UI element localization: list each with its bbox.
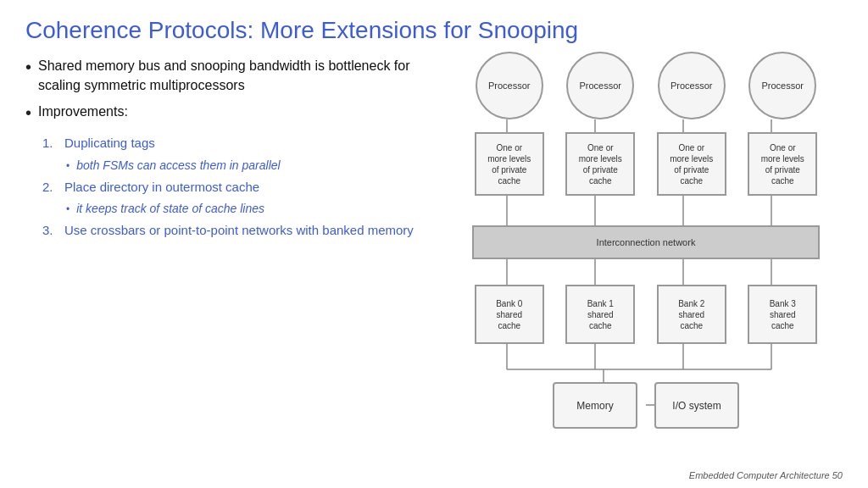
num-label-1: Duplicating tags	[64, 134, 155, 152]
numbered-item-3: 3. Use crossbars or point-to-point netwo…	[42, 221, 432, 241]
sub-bullet-2: • it keeps track of state of cache lines	[42, 200, 432, 218]
numbered-item-2: 2. Place directory in outermost cache	[42, 178, 432, 197]
bank-0: Bank 0sharedcache	[475, 285, 544, 344]
bank-3: Bank 3sharedcache	[748, 285, 817, 344]
slide-title: Coherence Protocols: More Extensions for…	[25, 17, 843, 44]
interconnect-box: Interconnection network	[472, 225, 820, 259]
processor-2: Processor	[658, 52, 726, 119]
num-1: 1.	[42, 134, 59, 153]
memory-box: Memory	[553, 382, 637, 429]
memory-row: Memory I/O system	[464, 382, 828, 429]
processors-row: Processor Processor Processor Processor	[464, 52, 828, 119]
banks-row: Bank 0sharedcache Bank 1sharedcache Bank…	[464, 285, 828, 344]
sub-bullet-1: • both FSMs can access them in parallel	[42, 157, 432, 175]
num-3: 3.	[42, 221, 59, 241]
bullet-text-1: Shared memory bus and snooping bandwidth…	[38, 56, 432, 95]
private-cache-0: One ormore levelsof privatecache	[475, 132, 544, 196]
processor-3: Processor	[748, 52, 816, 119]
numbered-section: 1. Duplicating tags • both FSMs can acce…	[25, 134, 432, 241]
bank-1: Bank 1sharedcache	[565, 285, 635, 344]
left-panel: • Shared memory bus and snooping bandwid…	[25, 56, 432, 467]
sub-text-1: both FSMs can access them in parallel	[76, 157, 280, 175]
processor-0: Processor	[476, 52, 543, 119]
private-cache-3: One ormore levelsof privatecache	[748, 132, 817, 196]
private-caches-row: One ormore levelsof privatecache One orm…	[464, 132, 828, 196]
improvements-label: Improvements:	[38, 102, 128, 122]
num-label-2: Place directory in outermost cache	[64, 178, 259, 196]
diagram: Processor Processor Processor Processor …	[464, 52, 828, 467]
bullet-dot-2: •	[25, 102, 31, 124]
numbered-item-1: 1. Duplicating tags	[42, 134, 432, 153]
bank-2: Bank 2sharedcache	[657, 285, 726, 344]
processor-1: Processor	[566, 52, 634, 119]
right-panel: Processor Processor Processor Processor …	[449, 56, 843, 467]
num-label-3: Use crossbars or point-to-point networks…	[64, 221, 414, 239]
bullet-dot-1: •	[25, 56, 31, 78]
footer: Embedded Computer Architecture 50	[25, 467, 843, 480]
num-2: 2.	[42, 178, 59, 197]
bullet-2: • Improvements:	[25, 102, 432, 127]
sub-text-2: it keeps track of state of cache lines	[76, 200, 264, 218]
bullet-1: • Shared memory bus and snooping bandwid…	[25, 56, 432, 95]
sub-dot-1: •	[66, 158, 70, 174]
content-area: • Shared memory bus and snooping bandwid…	[25, 56, 843, 467]
slide: Coherence Protocols: More Extensions for…	[0, 0, 868, 488]
private-cache-2: One ormore levelsof privatecache	[657, 132, 726, 196]
sub-dot-2: •	[66, 202, 70, 217]
private-cache-1: One ormore levelsof privatecache	[565, 132, 635, 196]
io-box: I/O system	[654, 382, 739, 429]
